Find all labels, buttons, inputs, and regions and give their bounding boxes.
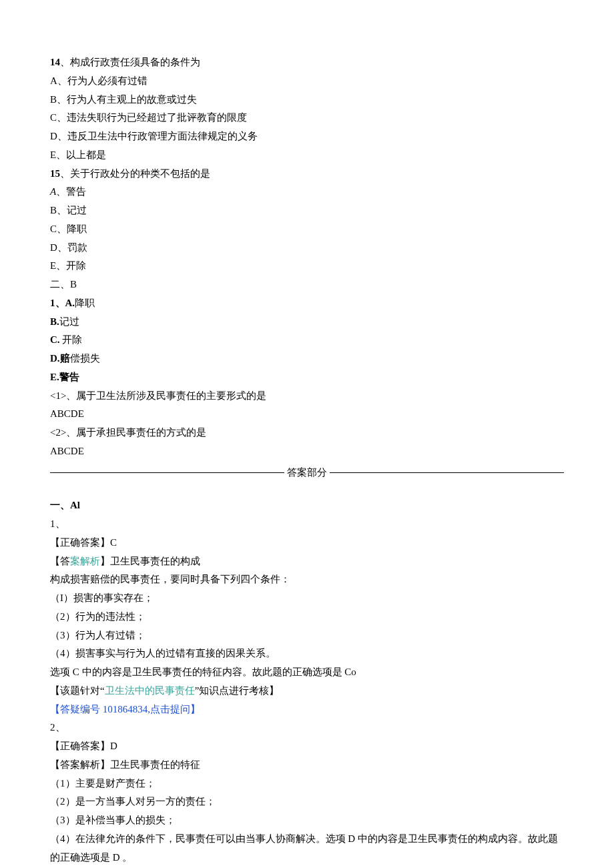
ans2-point-2: （2）是一方当事人对另一方的责任； bbox=[50, 793, 564, 811]
q14-sep: 、 bbox=[60, 57, 70, 67]
s2-sub2-text: 属于承担民事责任的方式的是 bbox=[76, 427, 206, 438]
ans1-qid-text[interactable]: 【答疑编号 101864834,点击提问】 bbox=[50, 704, 200, 715]
s2-sub1-stem: <1>、属于卫生法所涉及民事责任的主要形式的是 bbox=[50, 387, 564, 406]
s2-sub2-stem: <2>、属于承担民事责任的方式的是 bbox=[50, 424, 564, 442]
s2-q1-b-label: B. bbox=[50, 316, 59, 327]
ans1-analysis-head: 【答案解析】卫生民事责任的构成 bbox=[50, 552, 564, 571]
ans1-point-1: （I）损害的事实存在； bbox=[50, 589, 564, 608]
ans1-topic-l: 【该题针对“ bbox=[50, 685, 105, 696]
s2-sub1-choices: ABCDE bbox=[50, 405, 564, 424]
q14-option-c: C、违法失职行为已经超过了批评教育的限度 bbox=[50, 109, 564, 127]
s2-q1-a-label: A. bbox=[65, 298, 75, 308]
s2-q1-c-text: 开除 bbox=[60, 334, 83, 345]
s2-sub2-choices: ABCDE bbox=[50, 442, 564, 461]
s2-q1-a-text: 降职 bbox=[75, 298, 95, 308]
s2-sub2-tag: <2>、 bbox=[50, 427, 76, 438]
ans2-num: 2、 bbox=[50, 719, 564, 737]
s2-q1-line-b: B.记过 bbox=[50, 313, 564, 332]
ans1-conclusion: 选项 C 中的内容是卫生民事责任的特征内容。故此题的正确选项是 Co bbox=[50, 663, 564, 682]
s2-q1-d-text: 赔 bbox=[60, 353, 70, 364]
ans2-point-1: （1）主要是财产责任； bbox=[50, 775, 564, 793]
ans2-point-3: （3）是补偿当事人的损失； bbox=[50, 811, 564, 830]
s2-q1-line-d: D.赔偿损失 bbox=[50, 350, 564, 368]
s2-q1-line-c: C. 开除 bbox=[50, 331, 564, 350]
q15-number: 15 bbox=[50, 168, 60, 179]
ans1-line0: 构成损害赔偿的民事责任，要同时具备下列四个条件： bbox=[50, 570, 564, 589]
ans1-point-4: （4）损害事实与行为人的过错有直接的因果关系。 bbox=[50, 644, 564, 663]
q15-option-e: E、开除 bbox=[50, 257, 564, 276]
s2-q1-b-text: 记过 bbox=[59, 316, 79, 327]
q15-option-d: D、罚款 bbox=[50, 239, 564, 258]
ans1-point-3: （3）行为人有过错； bbox=[50, 626, 564, 645]
s2-q1-line-e: E.警告 bbox=[50, 368, 564, 387]
s2-q1-d-rest: 偿损失 bbox=[70, 353, 100, 364]
q15-sep: 、 bbox=[60, 168, 70, 179]
ans2-analysis-title: 卫生民事责任的特征 bbox=[110, 759, 200, 770]
ans2-analysis-head: 【答案解析】卫生民事责任的特征 bbox=[50, 756, 564, 775]
ans1-topic: 【该题针对“卫生法中的民事责任”知识点进行考核】 bbox=[50, 682, 564, 701]
s2-q1-c-label: C. bbox=[50, 334, 60, 345]
s2-q1-num: 1 bbox=[50, 298, 55, 308]
q14-option-a: A、行为人必须有过错 bbox=[50, 72, 564, 91]
section-2-heading: 二、B bbox=[50, 276, 564, 294]
ans2-correct: 【正确答案】D bbox=[50, 737, 564, 756]
ans1-qid-link[interactable]: 【答疑编号 101864834,点击提问】 bbox=[50, 701, 564, 719]
s2-sub1-tag: <1>、 bbox=[50, 390, 76, 401]
ans2-correct-label: 【正确答案】 bbox=[50, 741, 110, 751]
ans1-topic-r: ”知识点进行考核】 bbox=[195, 685, 280, 696]
ans1-analysis-mid: 案解析 bbox=[70, 556, 100, 566]
s2-q1-d-label: D. bbox=[50, 353, 60, 364]
ans2-analysis-label: 【答案解析】 bbox=[50, 759, 110, 770]
ans2-correct-value: D bbox=[110, 741, 117, 751]
divider-line-right bbox=[330, 472, 564, 473]
q14-option-d: D、违反卫生法中行政管理方面法律规定的义务 bbox=[50, 127, 564, 146]
ans1-correct: 【正确答案】C bbox=[50, 534, 564, 552]
question-15: 15、关于行政处分的种类不包括的是 bbox=[50, 165, 564, 183]
s2-q1-line-a: 1、A.降职 bbox=[50, 294, 564, 313]
s2-q1-sep: 、 bbox=[55, 298, 65, 308]
ans1-num: 1、 bbox=[50, 515, 564, 534]
s2-sub1-text: 属于卫生法所涉及民事责任的主要形式的是 bbox=[76, 390, 266, 401]
divider-line-left bbox=[50, 472, 284, 473]
q14-stem: 构成行政责任须具备的条件为 bbox=[70, 57, 200, 67]
q14-option-b: B、行为人有主观上的故意或过失 bbox=[50, 91, 564, 109]
ans1-correct-value: C bbox=[110, 537, 117, 548]
ans1-analysis-title: 卫生民事责任的构成 bbox=[110, 556, 200, 566]
q15-option-b: B、记过 bbox=[50, 201, 564, 220]
ans2-point-4: （4）在法律允许的条件下，民事责任可以由当事人协商解决。选项 D 中的内容是卫生… bbox=[50, 830, 564, 867]
answers-heading: 答案部分 bbox=[284, 464, 330, 482]
q15-stem: 关于行政处分的种类不包括的是 bbox=[70, 168, 210, 179]
answers-divider: 答案部分 bbox=[50, 464, 564, 482]
q15-option-c: C、降职 bbox=[50, 220, 564, 239]
q15-a-sep: 、 bbox=[56, 186, 66, 197]
ans1-correct-label: 【正确答案】 bbox=[50, 537, 110, 548]
q15-option-a: A、警告 bbox=[50, 183, 564, 201]
ans1-analysis-r: 】 bbox=[100, 556, 110, 566]
q14-option-e: E、以上都是 bbox=[50, 146, 564, 165]
answers-section-1: 一、Al bbox=[50, 496, 564, 515]
q15-a-text: 警告 bbox=[66, 186, 86, 197]
ans1-topic-mid: 卫生法中的民事责任 bbox=[105, 685, 195, 696]
question-14: 14、构成行政责任须具备的条件为 bbox=[50, 53, 564, 72]
ans1-point-2: （2）行为的违法性； bbox=[50, 608, 564, 626]
ans1-analysis-l: 【答 bbox=[50, 556, 70, 566]
q14-number: 14 bbox=[50, 57, 60, 67]
q15-a-letter: A bbox=[50, 186, 56, 197]
